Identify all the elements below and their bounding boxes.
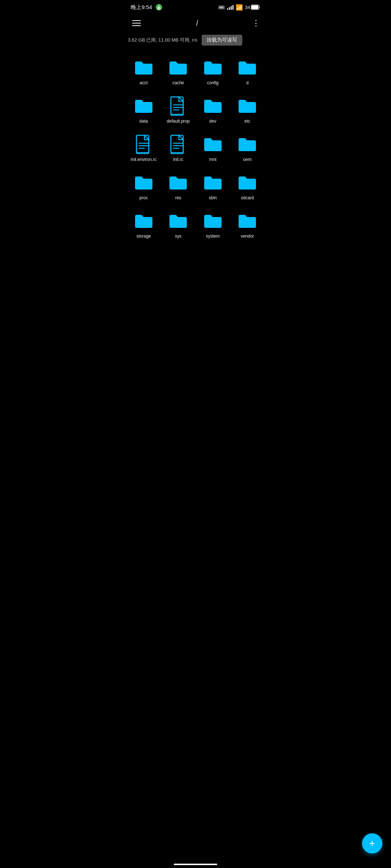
file-item-sbin[interactable]: sbin	[197, 168, 229, 203]
file-item-vendor[interactable]: vendor	[232, 206, 264, 242]
status-icons: HD 📶 34	[218, 4, 260, 11]
folder-icon	[237, 95, 257, 116]
toolbar: / ⋮	[125, 13, 266, 33]
folder-icon	[203, 210, 223, 231]
file-name: init.rc	[173, 157, 184, 162]
file-name: mnt	[209, 157, 216, 162]
file-item-init.rc[interactable]: init.rc	[163, 129, 194, 165]
folder-icon	[203, 57, 223, 77]
file-name: storage	[136, 234, 151, 239]
menu-button[interactable]	[131, 19, 142, 27]
file-item-etc[interactable]: etc	[232, 91, 264, 127]
status-time: 晚上9:54	[131, 4, 152, 11]
signal-icon	[227, 5, 234, 10]
file-item-res[interactable]: res	[163, 168, 194, 203]
file-item-acct[interactable]: acct	[128, 53, 160, 88]
folder-icon	[237, 210, 257, 231]
folder-icon	[134, 172, 154, 192]
folder-icon	[168, 172, 188, 192]
file-name: default.prop	[167, 119, 190, 124]
folder-icon	[168, 210, 188, 231]
folder-icon	[203, 134, 223, 154]
download-icon	[156, 4, 162, 10]
file-item-system[interactable]: system	[197, 206, 229, 242]
storage-info-bar: 3.62 GB 已用, 11.00 MB 可用, r/o 挂载为可读写	[125, 33, 266, 50]
hamburger-line-3	[132, 25, 141, 26]
mount-button[interactable]: 挂载为可读写	[202, 35, 242, 46]
folder-icon	[203, 95, 223, 116]
svg-rect-2	[252, 5, 258, 9]
file-item-oem[interactable]: oem	[232, 129, 264, 165]
wifi-icon: 📶	[236, 4, 243, 11]
file-name: vendor	[241, 234, 254, 239]
file-item-proc[interactable]: proc	[128, 168, 160, 203]
folder-icon	[203, 172, 223, 192]
file-name: system	[206, 234, 220, 239]
status-bar: 晚上9:54 HD 📶 34	[125, 0, 266, 13]
file-item-config[interactable]: config	[197, 53, 229, 88]
file-item-dev[interactable]: dev	[197, 91, 229, 127]
file-grid: acct cache config d data default.prop de…	[125, 50, 266, 244]
more-button[interactable]: ⋮	[252, 18, 260, 28]
file-name: init.environ.rc	[131, 157, 156, 162]
file-item-default.prop[interactable]: default.prop	[163, 91, 194, 127]
svg-rect-0	[157, 9, 161, 9]
file-item-cache[interactable]: cache	[163, 53, 194, 88]
file-name: proc	[139, 195, 148, 200]
file-icon	[134, 134, 154, 154]
file-item-storage[interactable]: storage	[128, 206, 160, 242]
file-name: etc	[244, 119, 250, 124]
folder-icon	[134, 95, 154, 116]
file-name: d	[246, 80, 249, 85]
folder-icon	[237, 172, 257, 192]
storage-text: 3.62 GB 已用, 11.00 MB 可用, r/o	[128, 37, 197, 43]
file-icon	[168, 95, 188, 116]
file-name: oem	[243, 157, 252, 162]
path-title: /	[196, 19, 198, 27]
file-name: sys	[175, 234, 181, 239]
file-item-data[interactable]: data	[128, 91, 160, 127]
file-item-init.environ.rc[interactable]: init.environ.rc	[128, 129, 160, 165]
battery-level: 34	[245, 5, 250, 10]
hamburger-line-2	[132, 23, 141, 24]
file-name: data	[139, 119, 148, 124]
folder-icon	[168, 57, 188, 77]
folder-icon	[134, 210, 154, 231]
folder-icon	[237, 134, 257, 154]
file-name: dev	[209, 119, 216, 124]
file-name: res	[175, 195, 181, 200]
hd-badge: HD	[218, 5, 225, 9]
folder-icon	[237, 57, 257, 77]
file-item-sdcard[interactable]: sdcard	[232, 168, 264, 203]
file-name: sbin	[209, 195, 217, 200]
file-item-sys[interactable]: sys	[163, 206, 194, 242]
battery-indicator: 34	[245, 5, 260, 10]
file-name: sdcard	[241, 195, 254, 200]
file-name: acct	[140, 80, 148, 85]
file-item-d[interactable]: d	[232, 53, 264, 88]
file-name: config	[207, 80, 219, 85]
file-icon	[168, 134, 188, 154]
file-item-mnt[interactable]: mnt	[197, 129, 229, 165]
hamburger-line-1	[132, 20, 141, 21]
folder-icon	[134, 57, 154, 77]
file-name: cache	[172, 80, 184, 85]
